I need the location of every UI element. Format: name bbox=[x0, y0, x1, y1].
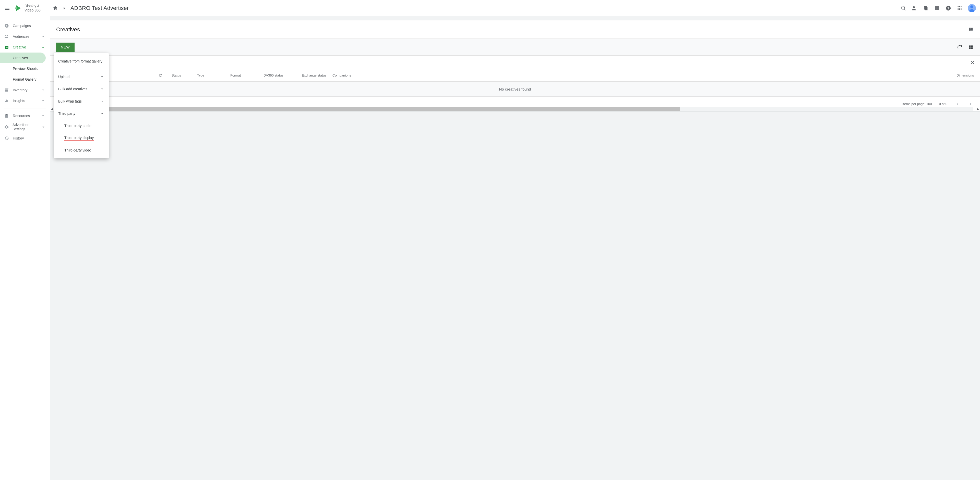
sidebar-sub-preview-sheets[interactable]: Preview Sheets bbox=[0, 63, 50, 74]
svg-rect-18 bbox=[5, 90, 8, 92]
sidebar-label: Inventory bbox=[13, 88, 27, 92]
search-icon[interactable] bbox=[900, 5, 907, 11]
th-dimensions[interactable]: Dimensions bbox=[364, 73, 980, 77]
sidebar-item-insights[interactable]: Insights bbox=[0, 95, 50, 106]
copy-icon[interactable] bbox=[923, 5, 929, 11]
breadcrumb-advertiser[interactable]: ADBRO Test Advertiser bbox=[70, 5, 129, 11]
top-app-bar: Display & Video 360 ADBRO Test Advertise… bbox=[0, 0, 980, 16]
menu-item-upload[interactable]: Upload bbox=[54, 71, 109, 83]
people-icon bbox=[4, 34, 9, 39]
sidebar-item-creative[interactable]: Creative bbox=[0, 42, 50, 52]
add-user-icon[interactable] bbox=[912, 5, 918, 11]
sidebar-item-history[interactable]: History bbox=[0, 133, 50, 144]
apps-grid-icon[interactable] bbox=[956, 5, 963, 11]
chevron-down-icon bbox=[100, 87, 105, 92]
left-sidebar: Campaigns Audiences Creative Creatives P… bbox=[0, 16, 50, 480]
menu-item-format-gallery[interactable]: Creative from format gallery bbox=[54, 55, 109, 67]
svg-rect-16 bbox=[5, 46, 8, 49]
home-icon[interactable] bbox=[52, 5, 58, 11]
menu-item-bulk-wrap[interactable]: Bulk wrap tags bbox=[54, 95, 109, 108]
menu-item-label: Bulk wrap tags bbox=[58, 99, 82, 103]
pager-range: 0 of 0 bbox=[939, 102, 947, 106]
chevron-down-icon bbox=[41, 87, 46, 93]
image-icon bbox=[4, 44, 9, 50]
svg-rect-7 bbox=[958, 8, 959, 8]
menu-sub-tp-video[interactable]: Third-party video bbox=[54, 144, 109, 156]
scroll-left-icon[interactable]: ◀ bbox=[50, 107, 54, 111]
history-icon bbox=[4, 136, 9, 141]
sidebar-sub-creatives[interactable]: Creatives bbox=[0, 52, 46, 63]
menu-sub-tp-audio[interactable]: Third-party audio bbox=[54, 120, 109, 132]
scroll-track[interactable] bbox=[57, 107, 973, 111]
next-page-icon[interactable] bbox=[968, 101, 974, 107]
sidebar-item-advertiser-settings[interactable]: Advertiser Settings bbox=[0, 121, 50, 133]
th-id[interactable]: ID bbox=[157, 73, 170, 77]
menu-item-label: Third-party video bbox=[64, 148, 91, 152]
sidebar-label: Resources bbox=[13, 114, 30, 118]
th-dv360-status[interactable]: DV360 status bbox=[261, 73, 300, 77]
empty-label: No creatives found bbox=[499, 87, 531, 91]
th-type[interactable]: Type bbox=[195, 73, 228, 77]
close-icon[interactable] bbox=[970, 60, 975, 65]
sidebar-label: Insights bbox=[13, 99, 25, 103]
clipboard-icon bbox=[4, 113, 9, 118]
gear-icon bbox=[4, 124, 9, 130]
product-name: Display & Video 360 bbox=[24, 4, 41, 13]
page-header: Creatives bbox=[50, 21, 980, 39]
svg-rect-26 bbox=[970, 30, 971, 30]
menu-item-label: Third party bbox=[58, 111, 75, 116]
reports-icon[interactable] bbox=[934, 5, 940, 11]
sidebar-label: Advertiser Settings bbox=[13, 123, 41, 131]
appbar-actions: ? bbox=[900, 4, 976, 12]
grid-view-icon[interactable] bbox=[968, 44, 974, 50]
th-companions[interactable]: Companions bbox=[331, 73, 364, 77]
new-button[interactable]: NEW bbox=[56, 43, 75, 52]
bar-chart-icon bbox=[4, 98, 9, 103]
scroll-thumb[interactable] bbox=[57, 107, 680, 111]
svg-text:?: ? bbox=[947, 6, 949, 10]
pager-ipp-label: Items per page: bbox=[902, 102, 925, 106]
menu-divider bbox=[54, 69, 109, 69]
menu-sub-tp-display[interactable]: Third-party display bbox=[54, 132, 109, 144]
refresh-icon[interactable] bbox=[956, 44, 963, 50]
chevron-up-icon bbox=[100, 111, 105, 116]
svg-rect-8 bbox=[959, 8, 960, 8]
menu-item-label: Bulk add creatives bbox=[58, 87, 88, 91]
help-icon[interactable]: ? bbox=[945, 5, 951, 11]
sidebar-item-campaigns[interactable]: Campaigns bbox=[0, 21, 50, 31]
th-format[interactable]: Format bbox=[228, 73, 261, 77]
th-status[interactable]: Status bbox=[170, 73, 195, 77]
sidebar-label: Audiences bbox=[13, 35, 29, 38]
chevron-down-icon bbox=[100, 99, 105, 104]
menu-item-label: Creative from format gallery bbox=[58, 59, 102, 63]
feedback-icon[interactable] bbox=[968, 27, 974, 33]
hamburger-menu-icon[interactable] bbox=[4, 5, 10, 11]
svg-rect-23 bbox=[6, 114, 7, 115]
svg-rect-19 bbox=[5, 101, 6, 102]
filter-bar[interactable]: Add a filter bbox=[50, 55, 980, 70]
menu-item-bulk-add[interactable]: Bulk add creatives bbox=[54, 83, 109, 95]
horizontal-scrollbar[interactable]: ◀ ▶ bbox=[50, 107, 980, 111]
chevron-down-icon bbox=[100, 74, 105, 79]
menu-item-label: Third-party display bbox=[64, 136, 94, 141]
prev-page-icon[interactable] bbox=[955, 101, 961, 107]
scroll-right-icon[interactable]: ▶ bbox=[977, 107, 980, 111]
th-exchange-status[interactable]: Exchange status bbox=[300, 73, 331, 77]
sidebar-item-inventory[interactable]: Inventory bbox=[0, 85, 50, 95]
new-dropdown-menu: Creative from format gallery Upload Bulk… bbox=[54, 53, 109, 158]
creatives-card: Creatives NEW Creative from format galle… bbox=[50, 21, 980, 111]
svg-rect-11 bbox=[959, 9, 960, 10]
product-logo-block[interactable]: Display & Video 360 bbox=[14, 4, 47, 13]
pager-ipp-value[interactable]: 100 bbox=[926, 102, 932, 106]
sidebar-item-audiences[interactable]: Audiences bbox=[0, 31, 50, 42]
toolbar: NEW Creative from format gallery Upload … bbox=[50, 39, 980, 55]
menu-item-third-party[interactable]: Third party bbox=[54, 108, 109, 120]
svg-rect-28 bbox=[971, 45, 973, 47]
svg-rect-9 bbox=[961, 8, 961, 8]
sidebar-sub-format-gallery[interactable]: Format Gallery bbox=[0, 74, 50, 85]
product-name-line2: Video 360 bbox=[24, 8, 41, 13]
account-avatar[interactable] bbox=[968, 4, 976, 12]
svg-rect-25 bbox=[970, 28, 971, 29]
sidebar-item-resources[interactable]: Resources bbox=[0, 111, 50, 121]
chevron-up-icon bbox=[41, 44, 46, 50]
